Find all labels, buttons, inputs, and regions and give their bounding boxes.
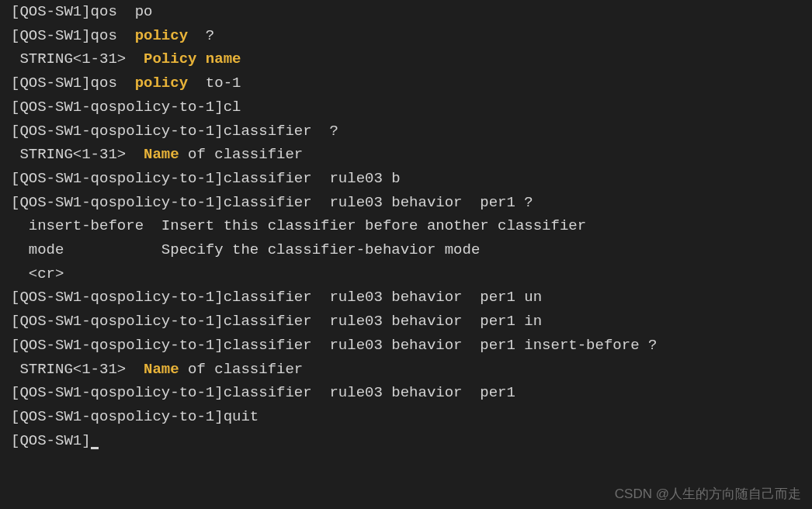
highlighted-text: policy (135, 27, 188, 44)
watermark: CSDN @人生的方向随自己而走 (615, 483, 801, 504)
terminal-text: of classifier (179, 361, 304, 378)
terminal-line: STRING<1-31> Policy name (11, 47, 812, 71)
terminal-text: [QOS-SW1] (11, 432, 91, 449)
terminal-text: insert-before Insert this classifier bef… (11, 217, 586, 234)
terminal-line: STRING<1-31> Name of classifier (11, 143, 812, 167)
terminal-line: [QOS-SW1] (11, 429, 812, 453)
terminal-text: STRING<1-31> (11, 50, 144, 68)
terminal-text: mode Specify the classifier-behavior mod… (11, 241, 480, 258)
terminal-line: [QOS-SW1-qospolicy-to-1]classifier rule0… (11, 381, 812, 405)
terminal-text: [QOS-SW1-qospolicy-to-1]classifier rule0… (11, 170, 401, 187)
highlighted-text: Name (144, 361, 179, 378)
terminal-line: [QOS-SW1-qospolicy-to-1]classifier rule0… (11, 286, 812, 310)
highlighted-text: Policy name (144, 50, 241, 68)
terminal-line: [QOS-SW1-qospolicy-to-1]quit (11, 405, 812, 429)
terminal-line: mode Specify the classifier-behavior mod… (11, 238, 812, 262)
terminal-line: <cr> (11, 262, 812, 286)
terminal-text: ? (188, 27, 214, 44)
terminal-text: [QOS-SW1-qospolicy-to-1]classifier ? (11, 123, 338, 140)
terminal-output[interactable]: [QOS-SW1]qos po[QOS-SW1]qos policy ? STR… (0, 0, 812, 452)
terminal-text: STRING<1-31> (11, 361, 144, 378)
terminal-text: [QOS-SW1]qos (11, 27, 135, 44)
terminal-line: [QOS-SW1-qospolicy-to-1]classifier rule0… (11, 167, 812, 191)
terminal-cursor (91, 447, 99, 449)
terminal-text: [QOS-SW1-qospolicy-to-1]classifier rule0… (11, 384, 515, 401)
terminal-line: STRING<1-31> Name of classifier (11, 358, 812, 382)
terminal-text: to-1 (188, 74, 241, 92)
terminal-text: [QOS-SW1-qospolicy-to-1]classifier rule0… (11, 194, 533, 211)
terminal-line: [QOS-SW1-qospolicy-to-1]classifier rule0… (11, 310, 812, 334)
terminal-line: [QOS-SW1-qospolicy-to-1]classifier rule0… (11, 334, 812, 358)
terminal-text: [QOS-SW1-qospolicy-to-1]cl (11, 99, 241, 116)
terminal-text: STRING<1-31> (11, 146, 144, 163)
terminal-text: [QOS-SW1-qospolicy-to-1]classifier rule0… (11, 289, 542, 306)
highlighted-text: policy (135, 74, 188, 92)
terminal-line: [QOS-SW1]qos policy ? (11, 24, 812, 48)
terminal-line: [QOS-SW1]qos po (11, 0, 812, 24)
terminal-text: [QOS-SW1-qospolicy-to-1]classifier rule0… (11, 313, 542, 330)
terminal-text: [QOS-SW1]qos po (11, 3, 152, 20)
terminal-text: [QOS-SW1]qos (11, 74, 135, 92)
highlighted-text: Name (144, 146, 179, 163)
terminal-text: <cr> (11, 265, 64, 282)
terminal-line: insert-before Insert this classifier bef… (11, 214, 812, 238)
terminal-line: [QOS-SW1-qospolicy-to-1]cl (11, 95, 812, 119)
terminal-line: [QOS-SW1-qospolicy-to-1]classifier rule0… (11, 191, 812, 215)
terminal-line: [QOS-SW1]qos policy to-1 (11, 71, 812, 95)
terminal-line: [QOS-SW1-qospolicy-to-1]classifier ? (11, 119, 812, 144)
terminal-text: [QOS-SW1-qospolicy-to-1]classifier rule0… (11, 337, 657, 354)
terminal-text: of classifier (179, 146, 304, 163)
terminal-text: [QOS-SW1-qospolicy-to-1]quit (11, 408, 259, 425)
